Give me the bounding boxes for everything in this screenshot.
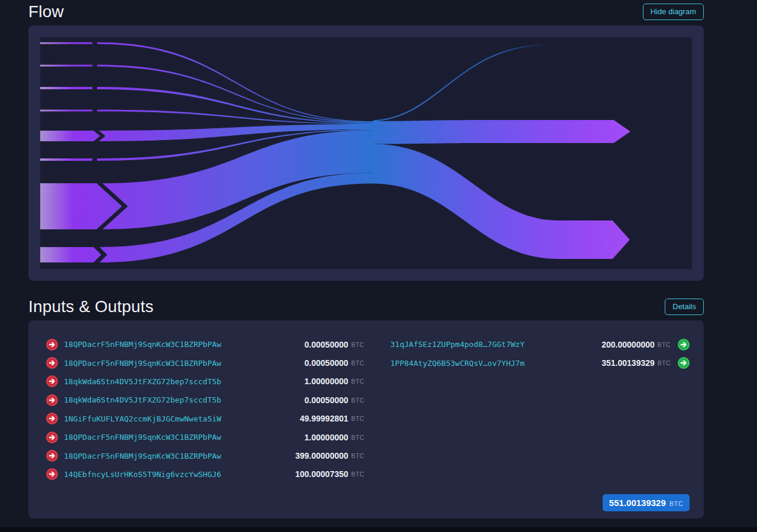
output-amount: 200.00000000 bbox=[601, 340, 655, 349]
output-row: 1PP84AtyZQ6B53wCRQsV…ov7YHJ7m 351.001393… bbox=[390, 353, 690, 372]
input-row: 14QEbfncyLsUrHKoS5T9Nig6vzcYwSHGJ6 100.0… bbox=[46, 465, 364, 484]
bottom-edge-bar bbox=[0, 527, 757, 532]
input-arrow-icon[interactable] bbox=[46, 413, 58, 424]
total-row: 551.00139329 BTC bbox=[46, 494, 690, 511]
input-amount: 0.00050000 bbox=[305, 358, 348, 368]
flow-title: Flow bbox=[28, 2, 64, 21]
input-amount-unit: BTC bbox=[351, 359, 364, 366]
input-address-link[interactable]: 18qkWda6Stn4DV5JtFXZG72bep7sccdT5b bbox=[64, 377, 221, 386]
input-row: 18qkWda6Stn4DV5JtFXZG72bep7sccdT5b 0.000… bbox=[46, 391, 364, 409]
sankey-svg bbox=[40, 37, 692, 269]
input-address-link[interactable]: 18QPDacrF5nFNBMj9SqnKcW3C1BZRPbPAw bbox=[64, 433, 221, 442]
input-amount-unit: BTC bbox=[351, 341, 364, 348]
input-amount: 1.00000000 bbox=[305, 433, 348, 442]
input-row: 18QPDacrF5nFNBMj9SqnKcW3C1BZRPbPAw 399.0… bbox=[46, 446, 364, 465]
input-amount: 1.00000000 bbox=[305, 377, 348, 386]
flow-header: Flow Hide diagram bbox=[28, 2, 704, 21]
flow-section: Flow Hide diagram bbox=[28, 2, 704, 281]
output-address-link[interactable]: 31qJAfSEz1ZUPpm4pod8…7GGt7WzY bbox=[390, 340, 525, 349]
input-row: 18QPDacrF5nFNBMj9SqnKcW3C1BZRPbPAw 0.000… bbox=[46, 335, 364, 353]
sankey-input-flows bbox=[97, 43, 372, 263]
output-amount-unit: BTC bbox=[658, 359, 671, 366]
io-panel: 18QPDacrF5nFNBMj9SqnKcW3C1BZRPbPAw 0.000… bbox=[28, 320, 704, 518]
input-amount-unit: BTC bbox=[351, 452, 364, 459]
output-row: 31qJAfSEz1ZUPpm4pod8…7GGt7WzY 200.000000… bbox=[390, 335, 690, 353]
input-row: 18QPDacrF5nFNBMj9SqnKcW3C1BZRPbPAw 0.000… bbox=[46, 353, 364, 372]
input-arrow-icon[interactable] bbox=[46, 357, 58, 369]
total-badge: 551.00139329 BTC bbox=[603, 494, 690, 511]
input-arrow-icon[interactable] bbox=[46, 339, 58, 351]
input-arrow-icon[interactable] bbox=[46, 468, 58, 480]
input-arrow-icon[interactable] bbox=[46, 450, 58, 462]
input-row: 18qkWda6Stn4DV5JtFXZG72bep7sccdT5b 1.000… bbox=[46, 372, 364, 391]
hide-diagram-button[interactable]: Hide diagram bbox=[643, 4, 704, 20]
details-button[interactable]: Details bbox=[665, 299, 704, 315]
input-address-link[interactable]: 18QPDacrF5nFNBMj9SqnKcW3C1BZRPbPAw bbox=[64, 359, 221, 368]
input-address-link[interactable]: 1NGiFfuKUFLYAQ2ccmKjBJGCmwNweta5iW bbox=[64, 414, 221, 423]
input-arrow-icon[interactable] bbox=[46, 432, 58, 443]
input-amount: 399.00000000 bbox=[295, 451, 348, 460]
output-arrow-icon[interactable] bbox=[678, 357, 690, 369]
io-section: Inputs & Outputs Details 18QPDacrF5nFNBM… bbox=[28, 297, 704, 518]
output-arrow-icon[interactable] bbox=[678, 339, 690, 351]
input-address-link[interactable]: 18QPDacrF5nFNBMj9SqnKcW3C1BZRPbPAw bbox=[64, 340, 221, 349]
input-amount-unit: BTC bbox=[351, 415, 364, 422]
io-title: Inputs & Outputs bbox=[28, 297, 154, 316]
input-amount: 49.99992801 bbox=[300, 414, 348, 423]
sankey-diagram[interactable] bbox=[40, 37, 692, 269]
input-amount-unit: BTC bbox=[351, 434, 364, 441]
input-amount-unit: BTC bbox=[351, 378, 364, 385]
input-amount: 0.00050000 bbox=[305, 340, 348, 349]
input-amount-unit: BTC bbox=[351, 397, 364, 404]
io-grid: 18QPDacrF5nFNBMj9SqnKcW3C1BZRPbPAw 0.000… bbox=[46, 335, 690, 484]
input-address-link[interactable]: 18qkWda6Stn4DV5JtFXZG72bep7sccdT5b bbox=[64, 395, 221, 404]
total-amount: 551.00139329 bbox=[609, 498, 666, 508]
input-amount: 100.00007350 bbox=[295, 469, 348, 479]
input-address-link[interactable]: 14QEbfncyLsUrHKoS5T9Nig6vzcYwSHGJ6 bbox=[64, 470, 221, 479]
input-arrow-icon[interactable] bbox=[46, 394, 58, 406]
output-amount: 351.00139329 bbox=[601, 358, 655, 368]
total-unit: BTC bbox=[669, 500, 683, 507]
inputs-column: 18QPDacrF5nFNBMj9SqnKcW3C1BZRPbPAw 0.000… bbox=[46, 335, 364, 484]
sankey-fee-flow bbox=[373, 45, 543, 121]
flow-panel bbox=[28, 25, 704, 281]
input-row: 1NGiFfuKUFLYAQ2ccmKjBJGCmwNweta5iW 49.99… bbox=[46, 410, 364, 428]
input-arrow-icon[interactable] bbox=[46, 375, 58, 387]
io-header: Inputs & Outputs Details bbox=[28, 297, 704, 316]
output-address-link[interactable]: 1PP84AtyZQ6B53wCRQsV…ov7YHJ7m bbox=[390, 359, 525, 368]
outputs-column: 31qJAfSEz1ZUPpm4pod8…7GGt7WzY 200.000000… bbox=[390, 335, 690, 484]
sankey-input-nodes bbox=[40, 43, 122, 263]
input-row: 18QPDacrF5nFNBMj9SqnKcW3C1BZRPbPAw 1.000… bbox=[46, 428, 364, 446]
output-amount-unit: BTC bbox=[658, 341, 671, 348]
input-amount: 0.00050000 bbox=[305, 395, 348, 405]
input-address-link[interactable]: 18QPDacrF5nFNBMj9SqnKcW3C1BZRPbPAw bbox=[64, 452, 221, 460]
page-content: Flow Hide diagram bbox=[0, 0, 757, 518]
input-amount-unit: BTC bbox=[351, 471, 364, 478]
sankey-output-flows bbox=[372, 120, 630, 259]
